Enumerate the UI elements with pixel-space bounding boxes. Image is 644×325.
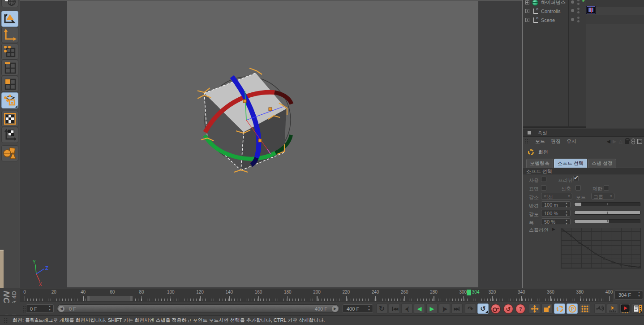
param-label: 사용 [529, 177, 539, 184]
preview-range-bar[interactable] [87, 296, 133, 301]
radius-field[interactable]: 100 m [541, 201, 571, 208]
statusbar-grip[interactable] [4, 318, 8, 323]
go-to-start-button[interactable]: ◀◀ [389, 303, 400, 314]
falloff-dropdown[interactable]: 직선▼ [541, 193, 572, 199]
range-start-field[interactable]: 0 F [26, 304, 54, 313]
hierarchy-up-icon[interactable]: △ [619, 139, 623, 144]
timeline-ruler[interactable]: 304 020406080100120140160180200220240260… [20, 289, 613, 302]
autokey-button[interactable]: ↺ [503, 304, 513, 314]
spinner[interactable] [565, 202, 569, 208]
record-scale-button[interactable] [541, 303, 553, 314]
frame-range-slider[interactable]: ◀ 0 F 400 F ▶ [57, 304, 339, 313]
layer-dot[interactable] [571, 18, 574, 21]
edges-mode-icon[interactable] [1, 60, 18, 76]
previous-key-button[interactable]: ◀( [401, 303, 412, 314]
record-options-button[interactable]: ? [515, 304, 525, 314]
play-backward-button[interactable]: ◀ [414, 303, 425, 314]
play-mode-simple-button[interactable]: ↷ [465, 303, 476, 314]
expand-icon[interactable] [525, 9, 529, 13]
record-parameter-button[interactable]: P [567, 303, 578, 314]
minimal-playback-button[interactable] [607, 303, 618, 314]
spline-expand-icon[interactable]: ▶ [552, 227, 555, 231]
play-mode-loop-button[interactable]: ↺ [477, 303, 489, 314]
active-tool-row: 회전 [528, 149, 548, 156]
range-left-cap-icon[interactable]: ◀ [58, 306, 64, 312]
record-position-button[interactable] [529, 303, 540, 314]
cube-with-rotation-gizmo[interactable] [197, 63, 305, 173]
record-rotation-button[interactable] [554, 303, 565, 314]
go-to-end-button[interactable]: ▶▶ [451, 303, 463, 314]
tag-thumbnail[interactable] [587, 6, 595, 13]
current-frame-field[interactable]: 304 F [614, 290, 643, 299]
render-visibility-dot[interactable] [577, 11, 580, 13]
spinner[interactable] [565, 211, 569, 216]
object-row-hypernurbs[interactable]: 하이퍼넙스 [523, 0, 586, 7]
texture-axis-mode-icon[interactable] [1, 127, 18, 143]
texture-mode-icon[interactable] [1, 111, 18, 127]
next-key-button[interactable]: )▶ [439, 303, 450, 314]
width-field[interactable]: 50 % [541, 218, 571, 225]
expand-icon[interactable] [525, 0, 529, 4]
tab-modeling-axis[interactable]: 모델링축 [526, 159, 553, 169]
current-frame-marker[interactable] [467, 290, 471, 295]
auto-switch-mode-icon[interactable] [1, 92, 18, 108]
layer-dot[interactable] [571, 9, 574, 12]
object-name[interactable]: 하이퍼넙스 [541, 0, 566, 6]
loop-button[interactable]: ↻ [376, 303, 387, 314]
sound-button[interactable] [594, 303, 605, 314]
menu-mode[interactable]: 모드 [535, 138, 545, 145]
record-keyframe-button[interactable] [491, 304, 501, 314]
enable-checkmark[interactable]: ✔ [582, 0, 586, 4]
expand-icon[interactable] [525, 18, 529, 22]
falloff-spline-graph[interactable] [561, 228, 641, 269]
polygons-mode-icon[interactable] [1, 76, 18, 92]
spinner[interactable] [48, 305, 52, 311]
editor-visibility-dot[interactable] [577, 17, 580, 19]
section-header[interactable]: 소프트 선택 [523, 168, 644, 174]
mode-dropdown[interactable]: 그룹▼ [591, 193, 614, 199]
surface-checkbox[interactable]: ✔ [541, 185, 546, 191]
object-axis-mode-icon[interactable] [1, 27, 18, 43]
spinner[interactable] [565, 219, 569, 225]
range-right-cap-icon[interactable]: ▶ [332, 306, 338, 312]
stretch-checkbox[interactable]: ✔ [575, 185, 581, 191]
render-globe-icon[interactable] [1, 0, 18, 7]
viewport[interactable]: Y Z X [20, 0, 523, 288]
editor-visibility-dot[interactable] [577, 8, 580, 10]
object-row-controlls[interactable]: 0 Controlls [523, 7, 586, 15]
radius-slider[interactable] [574, 202, 640, 206]
menu-edit[interactable]: 편집 [551, 138, 561, 145]
layer-dot[interactable] [571, 0, 574, 4]
make-preview-button[interactable] [619, 303, 631, 314]
render-visibility-dot[interactable] [577, 20, 580, 22]
history-forward-icon[interactable]: ▶ [613, 139, 616, 144]
object-name[interactable]: Scene [541, 17, 555, 23]
model-mode-icon[interactable] [1, 11, 18, 27]
render-visibility-dot[interactable] [577, 3, 580, 5]
tab-snap-settings[interactable]: 스냅 설정 [588, 159, 616, 169]
strength-field[interactable]: 100 % [541, 210, 571, 217]
width-slider[interactable] [574, 219, 640, 223]
play-forward-button[interactable]: ▶ [426, 303, 438, 314]
record-pla-button[interactable] [579, 303, 590, 314]
range-end-field[interactable]: 400 F [343, 304, 373, 313]
object-row-scene[interactable]: 0 Scene [523, 16, 586, 24]
render-settings-button[interactable] [632, 303, 643, 314]
object-name[interactable]: Controlls [541, 9, 560, 14]
tab-soft-selection[interactable]: 소프트 선택 [554, 159, 587, 169]
limit-checkbox[interactable]: ✔ [604, 185, 609, 191]
new-panel-icon[interactable] [637, 139, 642, 144]
grip-handle[interactable] [525, 139, 529, 144]
lock-icon[interactable] [625, 140, 629, 144]
preview-checkbox[interactable]: ✔ [573, 176, 579, 181]
history-back-icon[interactable]: ◀ [607, 139, 610, 144]
element-chain-icon[interactable] [631, 139, 635, 144]
primitives-icon[interactable] [1, 145, 18, 161]
spinner[interactable] [638, 291, 641, 297]
strength-slider[interactable] [574, 211, 640, 215]
menu-user[interactable]: 유저 [567, 138, 576, 145]
question-icon: ? [519, 306, 522, 312]
use-checkbox[interactable]: ✔ [541, 177, 546, 182]
points-mode-icon[interactable] [1, 43, 18, 60]
spinner[interactable] [368, 305, 371, 311]
